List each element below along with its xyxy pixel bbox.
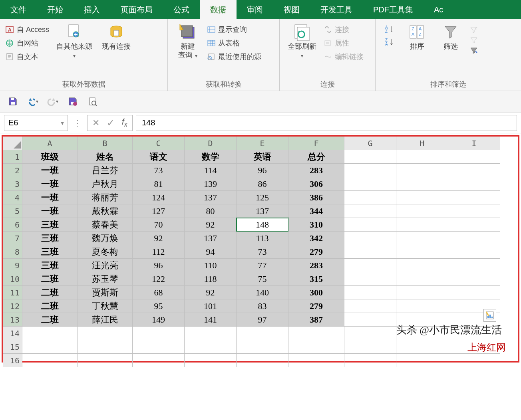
cell[interactable]: 279 (288, 245, 344, 259)
cell[interactable] (344, 327, 396, 340)
cell[interactable] (78, 354, 133, 367)
cell[interactable]: 三班 (22, 218, 78, 232)
undo-icon[interactable]: ▾ (27, 96, 38, 107)
row-header[interactable]: 15 (3, 340, 22, 354)
cell[interactable] (344, 313, 396, 327)
enter-icon[interactable]: ✓ (107, 117, 115, 129)
cell[interactable]: 81 (133, 177, 185, 191)
cell[interactable]: 96 (133, 259, 185, 272)
cell[interactable] (448, 150, 500, 164)
recent-sources-button[interactable]: 最近使用的源 (205, 51, 263, 62)
cell[interactable] (396, 150, 448, 164)
cell[interactable] (396, 259, 448, 272)
cell[interactable]: 141 (185, 313, 237, 327)
save-purple-icon[interactable] (67, 96, 78, 107)
show-queries-button[interactable]: 显示查询 (205, 24, 263, 35)
from-text-button[interactable]: 自文本 (4, 51, 51, 62)
row-header[interactable]: 12 (3, 299, 22, 313)
cell[interactable] (344, 245, 396, 259)
quick-analysis-icon[interactable] (483, 309, 496, 322)
cell[interactable]: 三班 (22, 245, 78, 259)
cell[interactable]: 122 (133, 272, 185, 286)
column-header[interactable]: E (237, 137, 288, 150)
column-header[interactable]: D (185, 137, 237, 150)
cell[interactable] (448, 272, 500, 286)
row-header[interactable]: 3 (3, 177, 22, 191)
column-header[interactable]: H (396, 137, 448, 150)
cell[interactable]: 140 (237, 286, 288, 299)
tab-数据[interactable]: 数据 (200, 0, 237, 19)
cell[interactable] (396, 177, 448, 191)
cell[interactable] (78, 340, 133, 354)
cell[interactable] (396, 218, 448, 232)
cell[interactable]: 95 (133, 299, 185, 313)
cell[interactable]: 英语 (237, 150, 288, 164)
cell[interactable] (396, 354, 448, 367)
row-header[interactable]: 16 (3, 354, 22, 367)
cell[interactable] (448, 218, 500, 232)
sort-desc-button[interactable]: ZA (383, 37, 396, 47)
row-header[interactable]: 14 (3, 327, 22, 340)
cell[interactable]: 137 (185, 191, 237, 204)
cell[interactable]: 101 (185, 299, 237, 313)
cell[interactable] (396, 232, 448, 245)
cell[interactable] (448, 164, 500, 177)
row-header[interactable]: 9 (3, 259, 22, 272)
cell[interactable] (344, 218, 396, 232)
row-header[interactable]: 7 (3, 232, 22, 245)
cell[interactable] (344, 272, 396, 286)
cell[interactable] (22, 340, 78, 354)
cell[interactable]: 班级 (22, 150, 78, 164)
tab-Ac[interactable]: Ac (424, 0, 453, 19)
tab-文件[interactable]: 文件 (0, 0, 37, 19)
row-header[interactable]: 11 (3, 286, 22, 299)
cell[interactable] (288, 354, 344, 367)
column-header[interactable]: F (288, 137, 344, 150)
cell[interactable]: 279 (288, 299, 344, 313)
fx-icon[interactable]: fx (122, 117, 127, 129)
cell[interactable]: 83 (237, 299, 288, 313)
row-header[interactable]: 10 (3, 272, 22, 286)
cell[interactable] (237, 327, 288, 340)
cell[interactable]: 148 (237, 218, 288, 232)
cell[interactable]: 73 (133, 164, 185, 177)
cell[interactable] (22, 354, 78, 367)
cell[interactable] (448, 232, 500, 245)
column-header[interactable]: I (448, 137, 500, 150)
cell[interactable]: 一班 (22, 177, 78, 191)
column-header[interactable]: B (78, 137, 133, 150)
cell[interactable] (237, 354, 288, 367)
cell[interactable]: 137 (185, 232, 237, 245)
cell[interactable] (344, 177, 396, 191)
tab-审阅[interactable]: 审阅 (237, 0, 273, 19)
cell[interactable]: 110 (185, 259, 237, 272)
tab-开发工具[interactable]: 开发工具 (310, 0, 363, 19)
cell[interactable]: 姓名 (78, 150, 133, 164)
cell[interactable]: 127 (133, 204, 185, 218)
cell[interactable] (288, 327, 344, 340)
sort-asc-button[interactable]: AZ (383, 24, 396, 34)
existing-connections-button[interactable]: 现有连接 (98, 22, 135, 53)
row-header[interactable]: 8 (3, 245, 22, 259)
cell[interactable]: 315 (288, 272, 344, 286)
cell[interactable]: 283 (288, 164, 344, 177)
sort-button[interactable]: ZAAZ 排序 (401, 22, 433, 53)
cell[interactable] (344, 232, 396, 245)
cell[interactable]: 125 (237, 191, 288, 204)
cell[interactable] (185, 327, 237, 340)
tab-公式[interactable]: 公式 (163, 0, 200, 19)
cell[interactable]: 卢秋月 (78, 177, 133, 191)
cell[interactable]: 310 (288, 218, 344, 232)
cell[interactable] (448, 177, 500, 191)
cell[interactable] (344, 164, 396, 177)
cell[interactable]: 苏玉琴 (78, 272, 133, 286)
cell[interactable]: 蒋丽芳 (78, 191, 133, 204)
tab-视图[interactable]: 视图 (273, 0, 310, 19)
cell[interactable]: 70 (133, 218, 185, 232)
new-query-button[interactable]: 新建查询 ▾ (172, 22, 204, 61)
row-header[interactable]: 6 (3, 218, 22, 232)
cell[interactable] (448, 245, 500, 259)
cell[interactable]: 342 (288, 232, 344, 245)
cell[interactable] (288, 340, 344, 354)
cell[interactable]: 戴秋霖 (78, 204, 133, 218)
